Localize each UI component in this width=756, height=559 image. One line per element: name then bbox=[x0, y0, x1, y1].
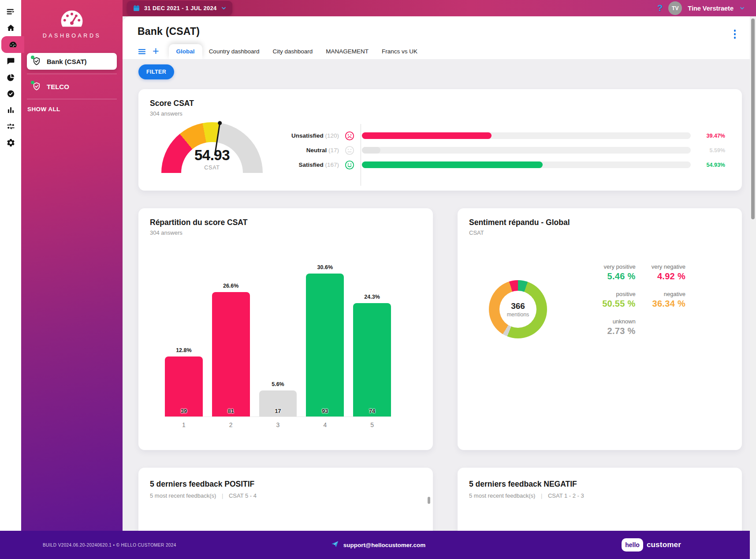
score-row-bar-fill bbox=[362, 132, 492, 139]
active-dot bbox=[31, 56, 34, 59]
sidebar-item-label: TELCO bbox=[47, 83, 69, 90]
tab-strip: GlobalCountry dashboardCity dashboardMAN… bbox=[169, 44, 424, 59]
score-row-bar-fill bbox=[362, 147, 380, 154]
bar: 93 bbox=[306, 274, 344, 416]
score-row-label: Satisfied (167) bbox=[273, 161, 339, 168]
hello-customer-gauge-logo bbox=[21, 0, 123, 27]
avatar[interactable]: TV bbox=[668, 1, 682, 15]
support-link[interactable]: support@hellocustomer.com bbox=[331, 540, 425, 550]
bar: 39 bbox=[165, 356, 203, 416]
kebab-menu-button[interactable] bbox=[733, 29, 737, 40]
sidebar-item-bank-csat[interactable]: Bank (CSAT) bbox=[27, 53, 117, 70]
sentiment-stat-value: 50.55 % bbox=[602, 299, 636, 309]
sentiment-stat-label: very negative bbox=[652, 263, 685, 270]
bar-axis-line bbox=[361, 124, 361, 186]
sentiment-stat-label: positive bbox=[602, 291, 636, 297]
tasks-check-icon[interactable] bbox=[0, 86, 21, 102]
sentiment-stat-label: unknown bbox=[602, 318, 636, 325]
score-row-bar-track bbox=[362, 132, 691, 139]
conversations-icon[interactable] bbox=[0, 53, 21, 69]
score-row-percentage: 54.93% bbox=[697, 162, 725, 168]
dashboards-icon[interactable] bbox=[1, 36, 24, 53]
score-card-body: 54.93 CSAT Unsatisfied (120)39.47%Neutra… bbox=[138, 118, 742, 184]
sentiment-stat-very-positive: very positive5.46 % bbox=[602, 263, 636, 281]
bar-percentage-label: 26.6% bbox=[223, 283, 238, 289]
logo-hello-badge: hello bbox=[622, 538, 643, 551]
bar-column-2: 26.6%81 bbox=[212, 283, 250, 416]
bar-count-label: 93 bbox=[306, 408, 344, 414]
feedback-card-subtitle: 5 most recent feedback(s) | CSAT 5 - 4 bbox=[150, 492, 421, 499]
neutral-face-icon bbox=[345, 146, 354, 155]
automation-icon[interactable] bbox=[0, 118, 21, 135]
show-all-link[interactable]: SHOW ALL bbox=[27, 106, 123, 113]
bar-count-label: 74 bbox=[353, 408, 391, 414]
subtitle-separator: | bbox=[222, 492, 223, 499]
sentiment-stat-very-negative: very negative4.92 % bbox=[652, 263, 685, 281]
settings-gear-icon[interactable] bbox=[0, 135, 21, 151]
bar-percentage-label: 5.6% bbox=[272, 381, 284, 387]
score-row-label: Neutral (17) bbox=[273, 147, 339, 154]
footer: BUILD V2024.06.20-20240620.1 • © HELLO C… bbox=[0, 531, 756, 559]
add-tab-button[interactable]: + bbox=[152, 46, 161, 57]
feedback-card-title: 5 derniers feedback NEGATIF bbox=[469, 480, 730, 489]
score-row-count: (167) bbox=[325, 161, 339, 168]
filter-button[interactable]: FILTER bbox=[138, 64, 174, 79]
analytics-pie-icon[interactable] bbox=[0, 69, 21, 86]
bar: 81 bbox=[212, 292, 250, 416]
help-button[interactable]: ? bbox=[657, 3, 663, 13]
feedback-card-title: 5 derniers feedback POSITIF bbox=[150, 480, 421, 489]
sentiment-stat-negative: negative36.34 % bbox=[652, 291, 685, 309]
sidebar-title: DASHBOARDS bbox=[21, 33, 123, 39]
happy-face-icon bbox=[345, 160, 354, 170]
sidebar-divider bbox=[27, 74, 117, 74]
scrollbar-thumb[interactable] bbox=[751, 19, 755, 219]
x-axis-label: 5 bbox=[353, 421, 391, 428]
sentiment-donut-chart: 366 mentions bbox=[489, 280, 547, 338]
bar-column-5: 24.3%74 bbox=[353, 294, 391, 416]
page-scrollbar[interactable] bbox=[750, 16, 756, 559]
tab-city-dashboard[interactable]: City dashboard bbox=[266, 44, 319, 59]
bar-count-label: 81 bbox=[212, 408, 250, 414]
sentiment-stat-value: 36.34 % bbox=[652, 299, 685, 309]
csat-gauge: 54.93 CSAT bbox=[156, 118, 273, 184]
sentiment-stat-value: 5.46 % bbox=[602, 271, 636, 281]
tab-francs-vs-uk[interactable]: Francs vs UK bbox=[375, 44, 424, 59]
tab-management[interactable]: MANAGEMENT bbox=[319, 44, 375, 59]
feedback-scrollbar-thumb[interactable] bbox=[428, 497, 430, 504]
calendar-icon bbox=[133, 4, 140, 12]
top-bar: 31 DEC 2021 - 1 JUL 2024 ? TV Tine Verst… bbox=[123, 0, 756, 16]
bar: 74 bbox=[353, 303, 391, 416]
chevron-down-icon[interactable] bbox=[739, 5, 745, 11]
date-range-picker[interactable]: 31 DEC 2021 - 1 JUL 2024 bbox=[127, 1, 232, 15]
dashboard-list: Bank (CSAT)TELCO bbox=[21, 53, 123, 99]
main-area: 31 DEC 2021 - 1 JUL 2024 ? TV Tine Verst… bbox=[123, 0, 756, 559]
feedback-card-header: 5 derniers feedback POSITIF5 most recent… bbox=[138, 468, 433, 499]
nav-rail bbox=[0, 0, 21, 531]
build-version-text: BUILD V2024.06.20-20240620.1 • © HELLO C… bbox=[43, 543, 176, 548]
sentiment-card: Sentiment répandu - Global CSAT 366 ment… bbox=[458, 208, 742, 450]
x-axis-label: 2 bbox=[212, 421, 250, 428]
logo-customer-text: customer bbox=[647, 540, 681, 549]
score-card-subtitle: 304 answers bbox=[150, 110, 730, 117]
mentions-count: 366 bbox=[511, 301, 525, 311]
tab-global[interactable]: Global bbox=[169, 44, 202, 59]
sentiment-stat-unknown: unknown2.73 % bbox=[602, 318, 636, 336]
sidebar-item-telco[interactable]: TELCO bbox=[27, 78, 117, 95]
sentiment-stat-label: very positive bbox=[602, 263, 636, 270]
sentiment-stat-label: negative bbox=[652, 291, 685, 297]
reports-bar-chart-icon[interactable] bbox=[0, 102, 21, 118]
tab-list-menu-icon[interactable] bbox=[138, 47, 146, 56]
score-row-bar-track bbox=[362, 161, 691, 168]
bar-column-4: 30.6%93 bbox=[306, 264, 344, 416]
csat-bar-chart: 12.8%3926.6%815.6%1730.6%9324.3%74 bbox=[165, 254, 391, 417]
paper-plane-icon bbox=[331, 540, 339, 550]
tab-country-dashboard[interactable]: Country dashboard bbox=[202, 44, 266, 59]
score-csat-card: Score CSAT 304 answers 54.93 CSAT Unsati… bbox=[138, 89, 742, 191]
score-row-percentage: 5.59% bbox=[697, 147, 725, 154]
menu-expand-icon[interactable] bbox=[0, 4, 21, 20]
score-row-count: (17) bbox=[328, 147, 339, 154]
distribution-card: Répartition du score CSAT 304 answers 12… bbox=[138, 208, 433, 450]
bar-percentage-label: 30.6% bbox=[317, 264, 333, 270]
sidebar-divider bbox=[27, 99, 117, 99]
home-icon[interactable] bbox=[0, 20, 21, 36]
